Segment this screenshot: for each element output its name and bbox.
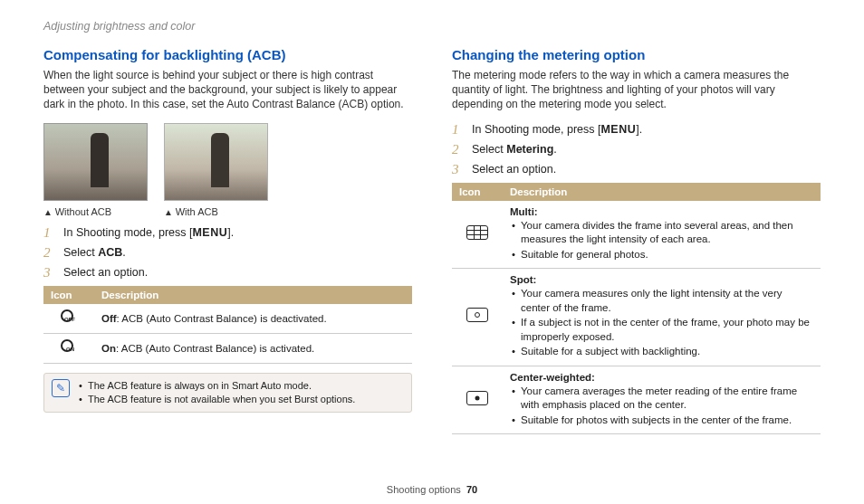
acb-table: Icon Description Off: ACB (Auto Contrast… bbox=[43, 286, 412, 364]
menu-button-label: MENU bbox=[192, 226, 227, 239]
caption-without-acb: Without ACB bbox=[43, 206, 148, 217]
acb-row-rest: : ACB (Auto Contrast Balance) is deactiv… bbox=[117, 313, 327, 324]
col-left: Compensating for backlighting (ACB) When… bbox=[43, 47, 412, 434]
met-bullet: If a subject is not in the center of the… bbox=[510, 316, 813, 344]
page-footer: Shooting options 70 bbox=[0, 484, 864, 495]
met-th-desc: Description bbox=[503, 183, 821, 201]
met-bullet: Suitable for a subject with backlighting… bbox=[510, 345, 813, 359]
metering-step-1: In Shooting mode, press [MENU]. bbox=[452, 123, 821, 136]
acb-row-bold: Off bbox=[101, 313, 117, 324]
acb-step1-post: ]. bbox=[227, 226, 234, 239]
footer-page-number: 70 bbox=[466, 484, 477, 495]
photo-row: Without ACB With ACB bbox=[43, 123, 412, 217]
metering-steps: In Shooting mode, press [MENU]. Select M… bbox=[452, 123, 821, 176]
acb-th-icon: Icon bbox=[43, 286, 94, 304]
met-bullet: Your camera divides the frame into sever… bbox=[510, 219, 813, 247]
acb-title: Compensating for backlighting (ACB) bbox=[43, 47, 412, 62]
metering-multi-icon bbox=[466, 225, 488, 240]
metering-step-2: Select Metering. bbox=[452, 143, 821, 156]
met-bullet: Suitable for general photos. bbox=[510, 248, 813, 262]
met-row-title: Spot: bbox=[510, 274, 536, 285]
table-row: On: ACB (Auto Contrast Balance) is activ… bbox=[43, 333, 412, 363]
metering-spot-icon bbox=[466, 308, 488, 322]
acb-row-rest: : ACB (Auto Contrast Balance) is activat… bbox=[116, 343, 314, 354]
acb-th-desc: Description bbox=[94, 286, 412, 304]
menu-button-label: MENU bbox=[600, 123, 636, 136]
metering-title: Changing the metering option bbox=[452, 47, 821, 62]
metering-step-3: Select an option. bbox=[452, 163, 821, 176]
acb-step-1: In Shooting mode, press [MENU]. bbox=[43, 226, 412, 239]
met-step2-pre: Select bbox=[472, 143, 506, 156]
acb-step2-bold: ACB bbox=[98, 246, 122, 259]
table-row: Off: ACB (Auto Contrast Balance) is deac… bbox=[43, 304, 412, 334]
acb-off-icon bbox=[59, 309, 79, 324]
acb-row-bold: On bbox=[101, 343, 116, 354]
met-th-icon: Icon bbox=[452, 183, 503, 201]
acb-step-2: Select ACB. bbox=[43, 246, 412, 259]
table-row: Center-weighted: Your camera averages th… bbox=[452, 366, 821, 434]
photo-without-acb bbox=[43, 123, 148, 201]
acb-step2-post: . bbox=[122, 246, 125, 259]
met-bullet: Your camera measures only the light inte… bbox=[510, 287, 813, 315]
metering-center-icon bbox=[466, 391, 488, 405]
acb-step2-pre: Select bbox=[63, 246, 98, 259]
acb-step1-pre: In Shooting mode, press [ bbox=[63, 226, 192, 239]
page-header: Adjusting brightness and color bbox=[43, 20, 821, 33]
met-row-title: Multi: bbox=[510, 206, 538, 217]
metering-intro: The metering mode refers to the way in w… bbox=[452, 68, 821, 112]
met-step2-bold: Metering bbox=[506, 143, 553, 156]
met-row-title: Center-weighted: bbox=[510, 372, 595, 383]
footer-section: Shooting options bbox=[387, 484, 461, 495]
table-row: Spot: Your camera measures only the ligh… bbox=[452, 269, 821, 366]
photo-with-acb bbox=[164, 123, 268, 201]
caption-with-acb: With ACB bbox=[164, 206, 268, 217]
note-icon: ✎ bbox=[52, 379, 70, 397]
acb-on-icon bbox=[59, 339, 79, 354]
note-box: ✎ The ACB feature is always on in Smart … bbox=[43, 373, 412, 414]
table-row: Multi: Your camera divides the frame int… bbox=[452, 201, 821, 269]
note-line: The ACB feature is not available when yo… bbox=[79, 393, 355, 406]
met-bullet: Your camera averages the meter reading o… bbox=[510, 385, 813, 413]
met-step2-post: . bbox=[553, 143, 556, 156]
acb-step-3: Select an option. bbox=[43, 266, 412, 279]
acb-intro: When the light source is behind your sub… bbox=[43, 68, 412, 112]
metering-table: Icon Description Multi: Your camera divi… bbox=[452, 183, 821, 435]
acb-steps: In Shooting mode, press [MENU]. Select A… bbox=[43, 226, 412, 279]
met-step1-pre: In Shooting mode, press [ bbox=[472, 123, 600, 136]
met-step1-post: ]. bbox=[636, 123, 642, 136]
col-right: Changing the metering option The meterin… bbox=[452, 47, 821, 434]
note-line: The ACB feature is always on in Smart Au… bbox=[79, 379, 355, 393]
met-bullet: Suitable for photos with subjects in the… bbox=[510, 414, 813, 428]
